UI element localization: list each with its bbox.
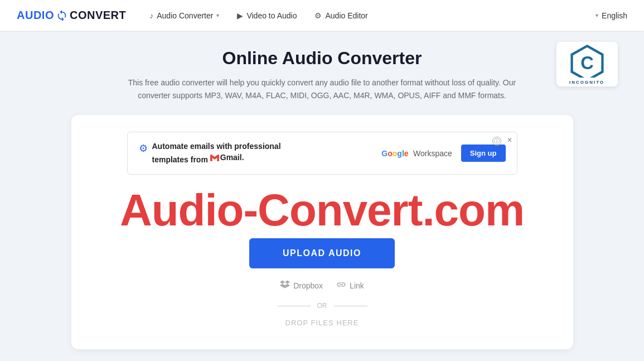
workspace-text: Workspace (413, 149, 452, 158)
gear-icon: ⚙ (139, 142, 148, 156)
drop-files-label: DROP FILES HERE (94, 319, 551, 327)
main-content: C INCOGNITO Online Audio Converter This … (16, 31, 629, 360)
google-workspace-label: Google Workspace (381, 148, 452, 158)
or-divider: OR (94, 302, 551, 310)
ad-text: ⚙ Automate emails with professional temp… (139, 141, 317, 165)
page-subtitle: This free audio converter will help you … (127, 76, 517, 102)
or-line-right (334, 306, 367, 306)
language-label: English (602, 11, 627, 20)
nav-links: ♪ Audio Converter ▾ ▶ Video to Audio ⚙ A… (143, 8, 595, 23)
sliders-icon: ⚙ (314, 11, 322, 20)
nav-video-to-audio-label: Video to Audio (246, 11, 297, 20)
link-icon (336, 280, 346, 292)
dropbox-icon (280, 280, 290, 292)
upload-card: ⚙ Automate emails with professional temp… (71, 115, 573, 349)
link-option[interactable]: Link (336, 280, 364, 292)
incognito-label-text: INCOGNITO (569, 80, 604, 85)
logo-convert: CONVERT (70, 9, 126, 22)
chevron-down-icon: ▾ (216, 12, 219, 18)
ad-gmail-text: Gmail. (220, 152, 244, 163)
navbar: AUDIO CONVERT ♪ Audio Converter ▾ ▶ Vide… (0, 0, 644, 31)
incognito-badge: C INCOGNITO (556, 42, 618, 86)
ad-banner: ⚙ Automate emails with professional temp… (127, 132, 517, 175)
chevron-down-icon: ▾ (595, 12, 598, 18)
ad-close-button[interactable]: ✕ (507, 137, 512, 143)
music-note-icon: ♪ (149, 11, 153, 20)
svg-text:C: C (580, 52, 594, 73)
nav-audio-editor-label: Audio Editor (325, 11, 367, 20)
watermark-text: Audio-Convert.com (94, 188, 551, 233)
site-logo[interactable]: AUDIO CONVERT (17, 9, 126, 22)
nav-audio-converter[interactable]: ♪ Audio Converter ▾ (143, 8, 226, 23)
upload-audio-button[interactable]: UPLOAD AUDIO (249, 238, 395, 268)
dropbox-label: Dropbox (293, 281, 323, 290)
nav-audio-editor[interactable]: ⚙ Audio Editor (308, 8, 374, 23)
page-title: Online Audio Converter (27, 47, 618, 69)
language-selector[interactable]: ▾ English (595, 11, 627, 20)
ad-info-button[interactable]: ⓘ (492, 137, 501, 146)
link-label: Link (350, 281, 364, 290)
dropbox-option[interactable]: Dropbox (280, 280, 323, 292)
ad-gmail-icon: Gmail. (210, 152, 244, 163)
ad-signup-button[interactable]: Sign up (461, 145, 506, 162)
or-line-left (277, 306, 311, 306)
upload-secondary-options: Dropbox Link (94, 280, 551, 292)
or-text: OR (317, 302, 327, 310)
video-icon: ▶ (237, 11, 243, 20)
logo-refresh-icon (56, 9, 68, 22)
incognito-logo-icon: C (568, 44, 607, 78)
nav-audio-converter-label: Audio Converter (157, 11, 213, 20)
ad-right: Google Workspace Sign up (381, 145, 505, 162)
nav-video-to-audio[interactable]: ▶ Video to Audio (230, 8, 303, 23)
logo-audio: AUDIO (17, 9, 54, 22)
